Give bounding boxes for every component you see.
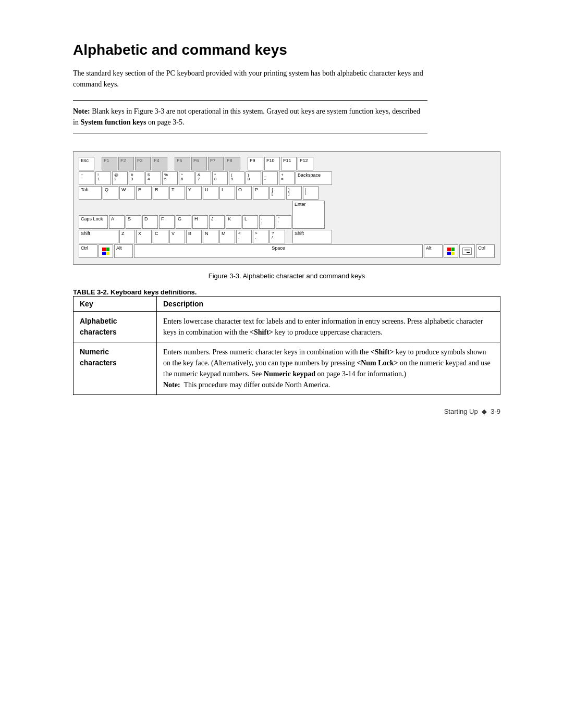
- footer-diamond: ◆: [482, 408, 487, 415]
- key-l: L: [242, 215, 258, 229]
- key-f11: F11: [281, 157, 297, 170]
- key-h: H: [192, 215, 208, 229]
- key-u: U: [203, 186, 218, 200]
- key-space: Space: [134, 244, 423, 258]
- key-semicolon: :;: [259, 215, 275, 229]
- key-o: O: [236, 186, 252, 200]
- key-label-alphabetic: Alphabeticcharacters: [80, 317, 117, 336]
- key-g: G: [176, 215, 191, 229]
- key-capslock: Caps Lock: [79, 215, 108, 229]
- footer-section: Starting Up: [444, 408, 478, 415]
- key-win-left: [99, 244, 113, 258]
- key-2: @2: [112, 171, 128, 185]
- key-lbracket: {[: [270, 186, 285, 200]
- key-8: *8: [212, 171, 228, 185]
- key-y: Y: [186, 186, 202, 200]
- keyboard-diagram: Esc F1 F2 F3 F4 F5 F6 F7 F8 F9 F10 F11 F…: [73, 151, 500, 265]
- key-a: A: [109, 215, 125, 229]
- col-header-key: Key: [74, 297, 157, 312]
- key-comma: <,: [236, 230, 252, 243]
- desc-numeric: Enters numbers. Press numeric character …: [157, 342, 500, 395]
- key-r: R: [153, 186, 168, 200]
- note-end: on page 3-5.: [146, 118, 184, 126]
- key-minus: _-: [262, 171, 278, 185]
- key-menu: [459, 244, 475, 258]
- key-f9: F9: [248, 157, 263, 170]
- key-f6: F6: [191, 157, 207, 170]
- key-w: W: [119, 186, 135, 200]
- key-k: K: [226, 215, 241, 229]
- key-f12: F12: [298, 157, 313, 170]
- note-box: Note: Blank keys in Figure 3-3 are not o…: [73, 100, 427, 133]
- footer-page: 3-9: [491, 408, 500, 415]
- keyboard-row-zxcv: Shift Z X C V B N M <, >. ?/ Shift: [79, 230, 495, 243]
- key-i: I: [219, 186, 235, 200]
- key-f2: F2: [118, 157, 134, 170]
- key-backslash: |\: [303, 186, 319, 200]
- table-header-row: Key Description: [74, 297, 500, 312]
- key-numeric: Numericcharacters: [74, 342, 157, 395]
- note-bold: System function keys: [80, 118, 146, 126]
- key-d: D: [142, 215, 158, 229]
- key-j: J: [209, 215, 225, 229]
- key-z: Z: [119, 230, 135, 243]
- key-backspace: Backspace: [296, 171, 332, 185]
- key-7: &7: [195, 171, 211, 185]
- key-v: V: [169, 230, 185, 243]
- key-6: ^6: [179, 171, 194, 185]
- key-f: F: [159, 215, 175, 229]
- col-header-description: Description: [157, 297, 500, 312]
- key-enter: Enter: [292, 201, 325, 229]
- figure-caption: Figure 3-3. Alphabetic character and com…: [73, 272, 500, 280]
- key-ctrl-right: Ctrl: [476, 244, 495, 258]
- intro-paragraph: The standard key section of the PC keybo…: [73, 68, 427, 90]
- key-q: Q: [103, 186, 118, 200]
- keyboard-row-bottom: Ctrl Alt Space Alt Ctrl: [79, 244, 495, 258]
- key-rbracket: }]: [286, 186, 302, 200]
- key-t: T: [169, 186, 185, 200]
- key-m: M: [219, 230, 235, 243]
- key-alt-right: Alt: [424, 244, 443, 258]
- key-backtick: ~`: [79, 171, 94, 185]
- key-slash: ?/: [270, 230, 285, 243]
- key-f8: F8: [225, 157, 240, 170]
- table-row: Numericcharacters Enters numbers. Press …: [74, 342, 500, 395]
- keyboard-row-function: Esc F1 F2 F3 F4 F5 F6 F7 F8 F9 F10 F11 F…: [79, 157, 495, 170]
- key-tab: Tab: [79, 186, 102, 200]
- key-win-right: [444, 244, 458, 258]
- key-f4: F4: [152, 157, 167, 170]
- key-period: >.: [253, 230, 268, 243]
- key-shift-right: Shift: [292, 230, 332, 243]
- keyboard-row-qwerty: Tab Q W E R T Y U I O P {[ }] |\: [79, 186, 495, 200]
- key-f1: F1: [102, 157, 117, 170]
- key-label-numeric: Numericcharacters: [80, 348, 117, 367]
- table-row: Alphabeticcharacters Enters lowercase ch…: [74, 312, 500, 342]
- key-f5: F5: [175, 157, 190, 170]
- keyboard-row-asdf: Caps Lock A S D F G H J K L :; "' Enter: [79, 201, 495, 229]
- key-c: C: [153, 230, 168, 243]
- key-9: (9: [229, 171, 244, 185]
- desc-alphabetic: Enters lowercase character text for labe…: [157, 312, 500, 342]
- footer: Starting Up ◆ 3-9: [73, 408, 500, 415]
- key-f10: F10: [264, 157, 280, 170]
- table-title: TABLE 3-2. Keyboard keys definitions.: [73, 288, 500, 296]
- page-title: Alphabetic and command keys: [73, 42, 500, 58]
- key-e: E: [136, 186, 152, 200]
- key-shift-left: Shift: [79, 230, 118, 243]
- key-equals: +=: [279, 171, 295, 185]
- key-0: )0: [246, 171, 261, 185]
- key-1: !1: [95, 171, 111, 185]
- key-x: X: [136, 230, 152, 243]
- key-n: N: [203, 230, 218, 243]
- key-alt-left: Alt: [114, 244, 133, 258]
- key-b: B: [186, 230, 202, 243]
- key-quote: "': [276, 215, 291, 229]
- key-4: $4: [145, 171, 161, 185]
- key-5: %5: [162, 171, 178, 185]
- key-f7: F7: [208, 157, 224, 170]
- key-p: P: [253, 186, 268, 200]
- key-ctrl-left: Ctrl: [79, 244, 97, 258]
- definitions-table: Key Description Alphabeticcharacters Ent…: [73, 296, 500, 395]
- keyboard-row-numbers: ~` !1 @2 #3 $4 %5 ^6 &7 *8 (9 )0: [79, 171, 495, 185]
- key-esc: Esc: [79, 157, 94, 170]
